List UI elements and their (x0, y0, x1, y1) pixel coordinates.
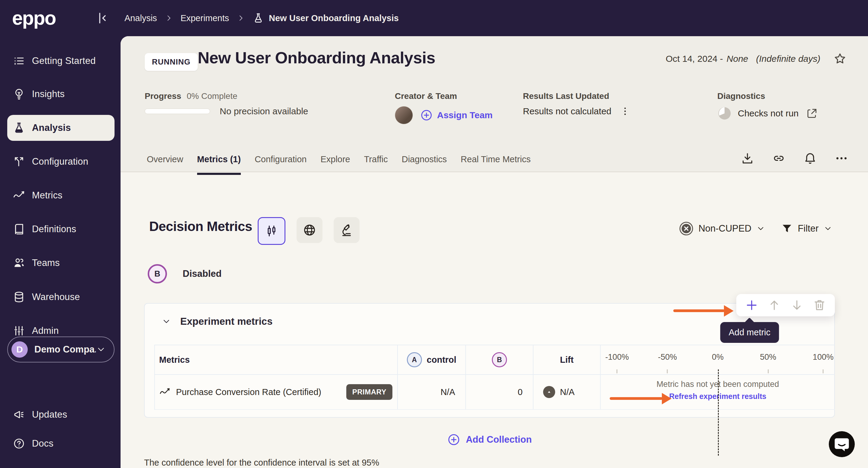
chat-widget-button[interactable] (828, 430, 856, 458)
table-header-row: Metrics A control B Lift -100% -50% 0% 5… (155, 345, 835, 375)
tab-configuration[interactable]: Configuration (255, 154, 307, 172)
move-up-icon[interactable] (767, 298, 781, 312)
deep-dive-view-toggle[interactable] (334, 217, 360, 243)
kebab-menu-icon[interactable] (620, 106, 630, 116)
variant-b-badge: B (148, 264, 167, 284)
sidebar-item-warehouse[interactable]: Warehouse (0, 284, 121, 311)
top-bar: eppo Analysis Experiments New User Onboa… (0, 0, 868, 36)
global-view-toggle[interactable] (297, 217, 322, 243)
sidebar-item-label: Updates (32, 409, 67, 420)
move-down-icon[interactable] (790, 298, 804, 312)
link-icon[interactable] (772, 151, 786, 165)
progress-complete: 0% Complete (187, 91, 237, 101)
assign-team-button[interactable]: Assign Team (420, 109, 493, 121)
results-updated-value: Results not calculated (523, 106, 612, 116)
date-start: Oct 14, 2024 - (666, 54, 723, 64)
sidebar-item-docs[interactable]: Docs (0, 430, 121, 457)
tab-real-time-metrics[interactable]: Real Time Metrics (461, 154, 531, 172)
eppo-logo[interactable]: eppo (12, 8, 56, 28)
sidebar-item-definitions[interactable]: Definitions (0, 215, 121, 243)
sidebar-item-metrics[interactable]: Metrics (0, 182, 121, 209)
add-collection-button[interactable]: Add Collection (447, 433, 532, 446)
tab-bar: Overview Metrics (1) Configuration Explo… (147, 154, 531, 172)
scale-tick (823, 370, 824, 373)
col-lift: Lift (560, 355, 574, 365)
sidebar-item-getting-started[interactable]: Getting Started (0, 47, 121, 75)
creator-team-label: Creator & Team (395, 91, 457, 101)
more-options-icon[interactable] (835, 151, 848, 165)
metric-name[interactable]: Purchase Conversion Rate (Certified) (176, 387, 321, 397)
sidebar-item-configuration[interactable]: Configuration (0, 148, 121, 175)
primary-badge: PRIMARY (346, 384, 393, 400)
microscope-icon (340, 223, 353, 237)
flask-icon (13, 121, 25, 134)
cuped-selector[interactable]: Non-CUPED (679, 221, 765, 236)
sidebar-item-label: Metrics (32, 190, 62, 201)
variant-b-badge: B (492, 352, 507, 367)
sidebar-collapse-icon[interactable] (95, 11, 110, 25)
cuped-label: Non-CUPED (698, 223, 751, 234)
star-icon[interactable] (833, 52, 847, 66)
external-link-icon[interactable] (806, 107, 818, 119)
sidebar-item-updates[interactable]: Updates (0, 401, 121, 428)
breadcrumb-experiments[interactable]: Experiments (181, 13, 229, 23)
tab-explore[interactable]: Explore (320, 154, 350, 172)
download-icon[interactable] (741, 151, 754, 165)
sidebar: Getting Started Insights Analysis Config… (0, 36, 121, 468)
sidebar-item-label: Configuration (32, 156, 88, 167)
plus-circle-icon (420, 109, 433, 121)
sidebar-item-label: Warehouse (32, 292, 80, 302)
col-metrics: Metrics (159, 355, 190, 365)
filter-icon (781, 223, 793, 235)
variant-status-banner: B Disabled (148, 264, 221, 284)
sidebar-item-teams[interactable]: Teams (0, 250, 121, 276)
workspace-switcher[interactable]: D Demo Compa... (7, 337, 115, 362)
scale-label: -100% (605, 352, 629, 362)
tab-overview[interactable]: Overview (147, 154, 183, 172)
chevron-right-icon (165, 14, 173, 22)
scale-label: 100% (813, 352, 834, 362)
sidebar-item-label: Definitions (32, 224, 76, 235)
sidebar-item-label: Insights (32, 89, 64, 99)
zero-baseline (718, 370, 719, 456)
tab-diagnostics[interactable]: Diagnostics (402, 154, 447, 172)
metric-icon (159, 386, 170, 398)
add-metric-icon[interactable] (745, 298, 758, 312)
app-window: eppo Analysis Experiments New User Onboa… (0, 0, 868, 468)
page-title: New User Onboarding Analysis (198, 48, 435, 67)
sidebar-item-analysis[interactable]: Analysis (7, 115, 115, 141)
variant-a-badge: A (407, 352, 422, 367)
chevron-down-icon (824, 224, 832, 233)
tab-traffic[interactable]: Traffic (364, 154, 388, 172)
metrics-table: Metrics A control B Lift -100% -50% 0% 5… (154, 345, 835, 410)
lift-value: N/A (560, 387, 575, 397)
sidebar-item-label: Teams (32, 258, 60, 268)
lightbulb-icon (13, 88, 25, 100)
chevron-down-icon (96, 344, 106, 355)
split-arrows-icon (13, 155, 25, 168)
experiment-metrics-card: Experiment metrics Metrics A control B L… (144, 303, 835, 418)
delete-icon[interactable] (812, 298, 827, 312)
scale-label: 0% (712, 352, 724, 362)
tab-metrics[interactable]: Metrics (1) (197, 154, 241, 172)
metrics-toolbar (736, 294, 835, 316)
globe-icon (303, 223, 316, 237)
breadcrumb-analysis[interactable]: Analysis (124, 13, 157, 23)
filter-button[interactable]: Filter (781, 223, 832, 235)
bell-icon[interactable] (803, 151, 817, 165)
workspace-avatar: D (11, 341, 28, 358)
sidebar-item-insights[interactable]: Insights (0, 81, 121, 108)
control-value: N/A (441, 387, 455, 397)
chevron-down-icon (756, 224, 765, 233)
progress-precision: No precision available (220, 106, 308, 116)
candlestick-icon (265, 224, 278, 238)
database-icon (13, 291, 25, 303)
confidence-interval-view-toggle[interactable] (258, 217, 285, 245)
list-icon (13, 55, 25, 67)
collapse-chevron-icon[interactable] (161, 317, 171, 326)
annotation-arrow (673, 310, 724, 312)
date-duration: (Indefinite days) (756, 54, 820, 64)
diagnostics-status-icon (717, 106, 732, 121)
view-toggles (258, 217, 360, 245)
sidebar-item-label: Docs (32, 438, 53, 449)
